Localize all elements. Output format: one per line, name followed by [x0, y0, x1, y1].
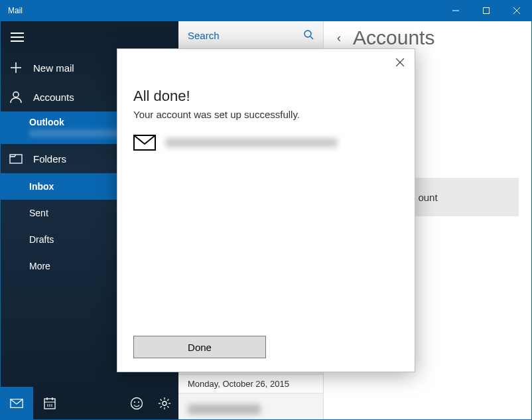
calendar-app-button[interactable] [33, 387, 66, 420]
svg-line-27 [161, 399, 162, 401]
done-button[interactable]: Done [133, 336, 266, 358]
svg-line-29 [167, 399, 168, 401]
account-email-redacted [29, 129, 129, 137]
svg-line-30 [161, 406, 162, 407]
message-sender-redacted [188, 404, 261, 415]
search-row[interactable]: Search [178, 21, 323, 50]
svg-point-9 [13, 92, 19, 98]
person-icon [9, 90, 23, 104]
smiley-icon [130, 397, 143, 410]
message-date-header: Monday, October 26, 2015 [178, 374, 323, 393]
dialog-close-button[interactable] [392, 54, 408, 70]
dialog-email-redacted [165, 138, 338, 147]
svg-point-20 [134, 401, 135, 403]
dialog-subtitle: Your account was set up successfully. [133, 109, 399, 120]
new-mail-label: New mail [33, 62, 74, 74]
bottom-bar [0, 387, 178, 420]
close-icon [396, 58, 404, 66]
gear-icon [158, 397, 171, 410]
svg-point-21 [138, 401, 139, 403]
minimize-button[interactable] [440, 0, 471, 21]
svg-rect-10 [10, 155, 22, 163]
accounts-title: Accounts [353, 27, 434, 49]
calendar-icon [43, 397, 56, 410]
folders-label: Folders [33, 153, 66, 165]
account-setup-dialog: All done! Your account was set up succes… [117, 48, 415, 372]
mail-icon [133, 135, 156, 151]
back-button[interactable]: ‹ [337, 31, 341, 45]
search-placeholder: Search [188, 30, 220, 41]
close-button[interactable] [501, 0, 532, 21]
svg-point-19 [131, 398, 143, 409]
svg-rect-12 [44, 399, 55, 409]
window-title: Mail [0, 6, 440, 15]
svg-line-32 [310, 36, 313, 39]
maximize-button[interactable] [471, 0, 501, 21]
folder-icon [9, 152, 23, 165]
svg-point-31 [304, 31, 311, 37]
svg-rect-1 [484, 8, 490, 14]
mail-app-button[interactable] [0, 387, 33, 420]
dialog-account-row [133, 135, 399, 151]
accounts-label: Accounts [33, 92, 74, 103]
search-icon [303, 29, 314, 42]
plus-icon [9, 61, 23, 74]
window-controls [440, 0, 532, 21]
svg-point-22 [163, 401, 166, 405]
settings-button[interactable] [151, 387, 178, 420]
titlebar: Mail [0, 0, 532, 21]
mail-icon [10, 397, 23, 410]
dialog-title: All done! [133, 88, 399, 105]
feedback-button[interactable] [123, 387, 151, 420]
svg-line-28 [167, 406, 168, 407]
